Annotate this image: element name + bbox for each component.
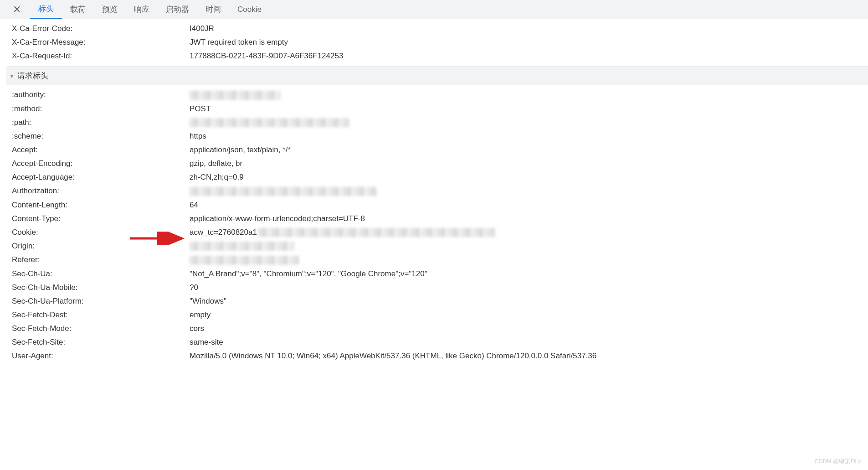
tab-1[interactable]: 载荷 (62, 0, 94, 19)
response-header-row: X-Ca-Error-Message:JWT required token is… (8, 36, 868, 49)
request-header-row: Sec-Fetch-Dest:empty (8, 308, 868, 322)
header-key: :scheme: (12, 132, 190, 141)
tab-2[interactable]: 预览 (94, 0, 126, 19)
redacted-value (190, 187, 376, 196)
tab-4[interactable]: 启动器 (158, 0, 197, 19)
redacted-value (190, 256, 299, 265)
header-key: Referer: (12, 255, 190, 265)
request-header-row: Content-Length:64 (8, 198, 868, 212)
header-key: :method: (12, 104, 190, 114)
tab-0[interactable]: 标头 (30, 0, 62, 19)
header-value (190, 255, 864, 265)
request-header-row: :scheme:https (8, 129, 868, 143)
tab-3[interactable]: 响应 (126, 0, 158, 19)
redacted-value (190, 91, 281, 100)
response-header-row: X-Ca-Error-Code:I400JR (8, 22, 868, 36)
header-key: Content-Length: (12, 201, 190, 210)
tab-6[interactable]: Cookie (229, 0, 270, 19)
header-value: "Not_A Brand";v="8", "Chromium";v="120",… (190, 269, 864, 279)
header-key: Sec-Fetch-Dest: (12, 310, 190, 320)
devtools-tab-bar: ✕ 标头载荷预览响应启动器时间Cookie (0, 0, 868, 19)
request-header-row: :authority: (8, 88, 868, 102)
header-value (190, 118, 864, 128)
header-key: Sec-Fetch-Site: (12, 338, 190, 347)
request-header-row: :method:POST (8, 102, 868, 116)
request-header-row: Authorization: (8, 184, 868, 198)
cookie-prefix: acw_tc=2760820a1 (190, 228, 257, 237)
header-value: application/json, text/plain, */* (190, 145, 864, 155)
request-headers-section[interactable]: ▼ 请求标头 (6, 67, 868, 85)
header-key: Sec-Ch-Ua-Mobile: (12, 283, 190, 292)
header-key: Origin: (12, 242, 190, 251)
request-header-row: Accept-Language:zh-CN,zh;q=0.9 (8, 170, 868, 184)
header-key: :path: (12, 118, 190, 128)
header-key: Content-Type: (12, 214, 190, 223)
header-value (190, 242, 864, 251)
close-icon[interactable]: ✕ (8, 5, 30, 15)
header-value: ?0 (190, 283, 864, 292)
header-key: Cookie: (12, 228, 190, 237)
header-value (190, 90, 864, 100)
header-key: :authority: (12, 90, 190, 100)
request-header-row: Sec-Fetch-Mode:cors (8, 322, 868, 336)
redacted-value (190, 242, 294, 251)
header-value: 177888CB-0221-483F-9D07-A6F36F124253 (190, 52, 864, 61)
response-header-row: X-Ca-Request-Id:177888CB-0221-483F-9D07-… (8, 49, 868, 63)
tab-5[interactable]: 时间 (197, 0, 229, 19)
request-header-row: User-Agent:Mozilla/5.0 (Windows NT 10.0;… (8, 349, 868, 363)
request-header-row: Origin: (8, 239, 868, 253)
section-title: 请求标头 (17, 71, 48, 81)
header-key: X-Ca-Error-Code: (12, 24, 190, 33)
request-header-row: Sec-Fetch-Site:same-site (8, 336, 868, 349)
header-value: POST (190, 104, 864, 114)
request-header-row: Accept-Encoding:gzip, deflate, br (8, 157, 868, 170)
header-key: Accept: (12, 145, 190, 155)
request-header-row: Content-Type:application/x-www-form-urle… (8, 212, 868, 226)
header-value: Mozilla/5.0 (Windows NT 10.0; Win64; x64… (190, 351, 864, 361)
request-header-row: Cookie:acw_tc=2760820a1 (8, 226, 868, 239)
header-value: acw_tc=2760820a1 (190, 228, 864, 237)
header-value (190, 186, 864, 196)
header-value: empty (190, 310, 864, 320)
header-value: zh-CN,zh;q=0.9 (190, 173, 864, 182)
header-key: X-Ca-Request-Id: (12, 52, 190, 61)
redacted-value (190, 118, 349, 127)
header-value: application/x-www-form-urlencoded;charse… (190, 214, 864, 223)
header-key: Accept-Encoding: (12, 159, 190, 168)
watermark-text: CSDN @绿染DLp (815, 457, 862, 465)
header-key: Sec-Fetch-Mode: (12, 324, 190, 333)
header-value: same-site (190, 338, 864, 347)
request-header-row: Sec-Ch-Ua-Mobile:?0 (8, 281, 868, 294)
disclosure-triangle-icon: ▼ (9, 73, 15, 79)
header-value: https (190, 132, 864, 141)
header-key: User-Agent: (12, 351, 190, 361)
headers-content: X-Ca-Error-Code:I400JRX-Ca-Error-Message… (0, 19, 868, 363)
header-value: gzip, deflate, br (190, 159, 864, 168)
header-value: "Windows" (190, 297, 864, 306)
header-value: I400JR (190, 24, 864, 33)
request-header-row: :path: (8, 116, 868, 130)
request-header-row: Referer: (8, 253, 868, 267)
header-value: JWT required token is empty (190, 38, 864, 47)
header-key: Authorization: (12, 186, 190, 196)
header-value: cors (190, 324, 864, 333)
header-value: 64 (190, 201, 864, 210)
request-header-row: Sec-Ch-Ua-Platform:"Windows" (8, 294, 868, 308)
header-key: Accept-Language: (12, 173, 190, 182)
request-header-row: Accept:application/json, text/plain, */* (8, 143, 868, 157)
request-header-row: Sec-Ch-Ua:"Not_A Brand";v="8", "Chromium… (8, 267, 868, 281)
header-key: X-Ca-Error-Message: (12, 38, 190, 47)
header-key: Sec-Ch-Ua: (12, 269, 190, 279)
header-key: Sec-Ch-Ua-Platform: (12, 297, 190, 306)
redacted-value (258, 228, 495, 237)
